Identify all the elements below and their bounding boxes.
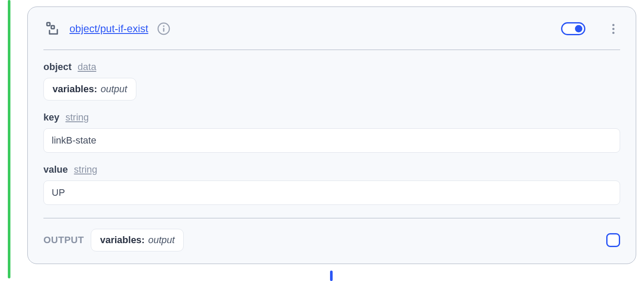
field-key: key string (43, 112, 620, 153)
field-label-value: value (43, 164, 68, 175)
more-menu-button[interactable] (606, 22, 620, 36)
field-type-object[interactable]: data (78, 61, 96, 73)
flow-green-indicator (8, 0, 10, 278)
output-variable-chip[interactable]: variables: output (91, 229, 184, 251)
field-type-key[interactable]: string (66, 112, 89, 123)
chip-label: variables: (100, 234, 145, 246)
chip-value: output (101, 84, 127, 95)
svg-rect-4 (163, 28, 165, 32)
object-icon (43, 20, 61, 37)
svg-rect-1 (51, 26, 54, 29)
key-input[interactable] (43, 128, 620, 153)
enable-toggle[interactable] (561, 22, 585, 35)
object-variable-chip[interactable]: variables: output (43, 78, 136, 100)
output-divider (43, 218, 620, 218)
flow-blue-connector (330, 271, 333, 281)
field-type-value[interactable]: string (74, 164, 97, 175)
output-checkbox[interactable] (606, 233, 620, 247)
svg-rect-0 (47, 23, 50, 26)
info-icon[interactable] (157, 22, 171, 36)
field-label-key: key (43, 112, 59, 123)
output-label: OUTPUT (43, 234, 84, 246)
card-header: object/put-if-exist (43, 20, 620, 50)
toggle-knob (575, 25, 582, 33)
field-value: value string (43, 164, 620, 205)
svg-point-3 (163, 25, 165, 27)
chip-value: output (148, 234, 175, 246)
output-row: OUTPUT variables: output (43, 229, 620, 251)
function-card: object/put-if-exist object data variable… (27, 7, 636, 264)
field-label-object: object (43, 61, 72, 73)
function-title-link[interactable]: object/put-if-exist (69, 23, 148, 35)
field-object: object data variables: output (43, 61, 620, 100)
chip-label: variables: (53, 84, 97, 95)
value-input[interactable] (43, 181, 620, 205)
